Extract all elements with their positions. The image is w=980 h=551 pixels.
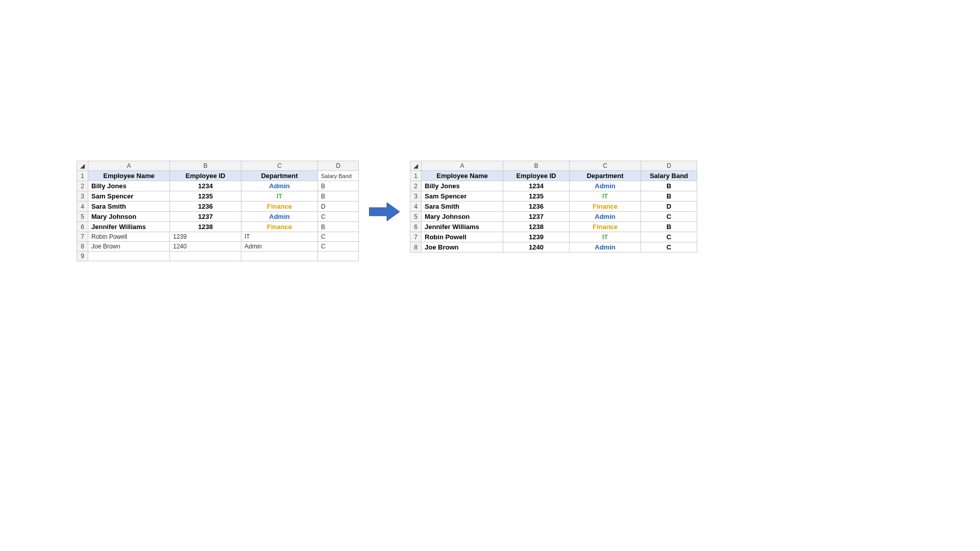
cell-department[interactable]: IT: [241, 191, 318, 202]
cell-employee-name[interactable]: Jennifer Williams: [422, 222, 503, 232]
col-header-D[interactable]: D: [318, 161, 359, 171]
select-all-corner[interactable]: ◢: [77, 161, 88, 171]
cell-salary-band[interactable]: B: [318, 181, 359, 191]
row-header-1[interactable]: 1: [77, 171, 88, 181]
header-employee-id[interactable]: Employee ID: [503, 171, 570, 181]
cell-employee-id[interactable]: 1234: [170, 181, 241, 191]
cell-salary-band[interactable]: B: [318, 191, 359, 202]
cell-employee-name[interactable]: Sam Spencer: [88, 191, 170, 202]
col-header-B[interactable]: B: [503, 161, 570, 171]
cell-salary-band[interactable]: C: [641, 232, 697, 242]
col-header-D[interactable]: D: [641, 161, 697, 171]
cell-salary-band[interactable]: C: [641, 242, 697, 253]
cell-department[interactable]: Admin: [570, 181, 641, 191]
cell-employee-name[interactable]: Sara Smith: [88, 202, 170, 212]
cell-employee-name[interactable]: Jennifer Williams: [88, 222, 170, 232]
cell-employee-id[interactable]: 1235: [503, 191, 570, 202]
cell-employee-id[interactable]: 1234: [503, 181, 570, 191]
cell-employee-name[interactable]: Sara Smith: [422, 202, 503, 212]
arrow-right-icon: [369, 202, 400, 223]
cell-employee-id[interactable]: 1240: [503, 242, 570, 253]
cell-department[interactable]: Admin: [241, 181, 318, 191]
cell-department[interactable]: Admin: [570, 242, 641, 253]
row-header[interactable]: 4: [77, 202, 88, 212]
cell-employee-name[interactable]: Robin Powell: [88, 232, 170, 242]
header-salary-band[interactable]: Salary Band: [318, 171, 359, 181]
cell-employee-id[interactable]: 1235: [170, 191, 241, 202]
row-header[interactable]: 6: [410, 222, 422, 232]
row-header[interactable]: 3: [410, 191, 422, 202]
cell-employee-name[interactable]: Mary Johnson: [422, 212, 503, 222]
cell-department[interactable]: Finance: [570, 222, 641, 232]
header-employee-name[interactable]: Employee Name: [88, 171, 170, 181]
table-row: 6Jennifer Williams1238FinanceB: [77, 222, 359, 232]
header-salary-band[interactable]: Salary Band: [641, 171, 697, 181]
cell-salary-band[interactable]: C: [641, 212, 697, 222]
table-row: 8Joe Brown1240AdminC: [77, 242, 359, 252]
cell-department[interactable]: Finance: [570, 202, 641, 212]
cell-salary-band[interactable]: D: [318, 202, 359, 212]
cell-department[interactable]: Admin: [570, 212, 641, 222]
cell-salary-band[interactable]: B: [641, 181, 697, 191]
col-header-C[interactable]: C: [570, 161, 641, 171]
cell-employee-name[interactable]: Joe Brown: [88, 242, 170, 252]
cell-salary-band[interactable]: B: [641, 191, 697, 202]
cell-employee-id[interactable]: 1238: [503, 222, 570, 232]
cell-empty[interactable]: [318, 252, 359, 261]
cell-department[interactable]: Finance: [241, 222, 318, 232]
row-header[interactable]: 5: [410, 212, 422, 222]
cell-employee-id[interactable]: 1237: [170, 212, 241, 222]
spreadsheet-before[interactable]: ◢ A B C D 1 Employee Name Employee ID De…: [77, 161, 359, 261]
cell-department[interactable]: IT: [570, 191, 641, 202]
cell-department[interactable]: IT: [570, 232, 641, 242]
spreadsheet-after[interactable]: ◢ A B C D 1 Employee Name Employee ID De…: [410, 161, 697, 253]
cell-salary-band[interactable]: C: [318, 232, 359, 242]
row-header-1[interactable]: 1: [410, 171, 422, 181]
cell-department[interactable]: Admin: [241, 212, 318, 222]
cell-employee-id[interactable]: 1237: [503, 212, 570, 222]
cell-salary-band[interactable]: C: [318, 242, 359, 252]
cell-employee-id[interactable]: 1239: [503, 232, 570, 242]
row-header[interactable]: 5: [77, 212, 88, 222]
cell-empty[interactable]: [88, 252, 170, 261]
header-department[interactable]: Department: [241, 171, 318, 181]
cell-empty[interactable]: [170, 252, 241, 261]
col-header-A[interactable]: A: [88, 161, 170, 171]
cell-employee-name[interactable]: Sam Spencer: [422, 191, 503, 202]
row-header[interactable]: 2: [77, 181, 88, 191]
cell-employee-id[interactable]: 1236: [170, 202, 241, 212]
row-header[interactable]: 7: [410, 232, 422, 242]
header-employee-name[interactable]: Employee Name: [422, 171, 503, 181]
cell-department[interactable]: Admin: [241, 242, 318, 252]
row-header-extra[interactable]: 9: [77, 252, 88, 261]
row-header[interactable]: 2: [410, 181, 422, 191]
cell-empty[interactable]: [241, 252, 318, 261]
cell-department[interactable]: Finance: [241, 202, 318, 212]
cell-employee-name[interactable]: Mary Johnson: [88, 212, 170, 222]
header-department[interactable]: Department: [570, 171, 641, 181]
row-header[interactable]: 7: [77, 232, 88, 242]
cell-employee-id[interactable]: 1239: [170, 232, 241, 242]
cell-employee-id[interactable]: 1238: [170, 222, 241, 232]
cell-salary-band[interactable]: B: [641, 222, 697, 232]
row-header[interactable]: 4: [410, 202, 422, 212]
cell-employee-id[interactable]: 1236: [503, 202, 570, 212]
header-employee-id[interactable]: Employee ID: [170, 171, 241, 181]
row-header[interactable]: 8: [77, 242, 88, 252]
cell-employee-name[interactable]: Billy Jones: [88, 181, 170, 191]
col-header-B[interactable]: B: [170, 161, 241, 171]
select-all-corner[interactable]: ◢: [410, 161, 422, 171]
cell-salary-band[interactable]: B: [318, 222, 359, 232]
row-header[interactable]: 6: [77, 222, 88, 232]
cell-employee-name[interactable]: Billy Jones: [422, 181, 503, 191]
row-header[interactable]: 3: [77, 191, 88, 202]
cell-department[interactable]: IT: [241, 232, 318, 242]
cell-employee-name[interactable]: Robin Powell: [422, 232, 503, 242]
col-header-A[interactable]: A: [422, 161, 503, 171]
row-header[interactable]: 8: [410, 242, 422, 253]
col-header-C[interactable]: C: [241, 161, 318, 171]
cell-salary-band[interactable]: D: [641, 202, 697, 212]
cell-employee-name[interactable]: Joe Brown: [422, 242, 503, 253]
cell-employee-id[interactable]: 1240: [170, 242, 241, 252]
cell-salary-band[interactable]: C: [318, 212, 359, 222]
